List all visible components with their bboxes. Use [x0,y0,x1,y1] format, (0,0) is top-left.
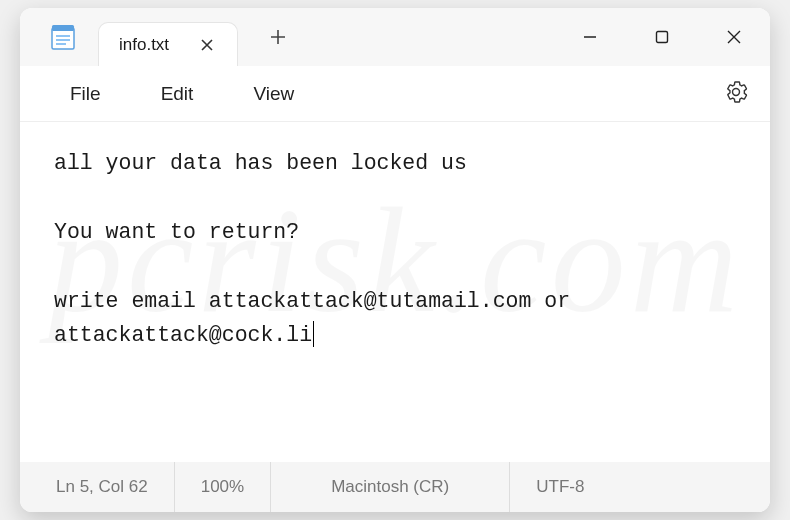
status-position[interactable]: Ln 5, Col 62 [20,462,175,512]
window-controls [554,8,770,66]
titlebar: info.txt [20,8,770,66]
status-eol[interactable]: Macintosh (CR) [271,462,510,512]
text-line: You want to return? [54,220,299,244]
menu-edit[interactable]: Edit [131,73,224,115]
close-window-button[interactable] [698,8,770,66]
svg-rect-1 [52,25,74,31]
file-tab[interactable]: info.txt [98,22,238,66]
tab-title: info.txt [119,35,169,55]
new-tab-button[interactable] [262,21,294,53]
maximize-button[interactable] [626,8,698,66]
notepad-icon [48,22,78,52]
svg-rect-0 [52,28,74,49]
menu-file[interactable]: File [40,73,131,115]
menu-view[interactable]: View [223,73,324,115]
text-line: write email attackattack@tutamail.com or… [54,289,583,347]
gear-icon [724,80,748,104]
settings-button[interactable] [724,80,748,108]
svg-rect-6 [657,32,668,43]
close-tab-icon[interactable] [197,35,217,55]
minimize-button[interactable] [554,8,626,66]
text-cursor [313,321,314,347]
text-editor[interactable]: all your data has been locked us You wan… [20,122,770,462]
status-encoding[interactable]: UTF-8 [510,462,610,512]
notepad-window: pcrisk.com info.txt [20,8,770,512]
text-line: all your data has been locked us [54,151,467,175]
menubar: File Edit View [20,66,770,122]
status-zoom[interactable]: 100% [175,462,271,512]
statusbar: Ln 5, Col 62 100% Macintosh (CR) UTF-8 [20,462,770,512]
